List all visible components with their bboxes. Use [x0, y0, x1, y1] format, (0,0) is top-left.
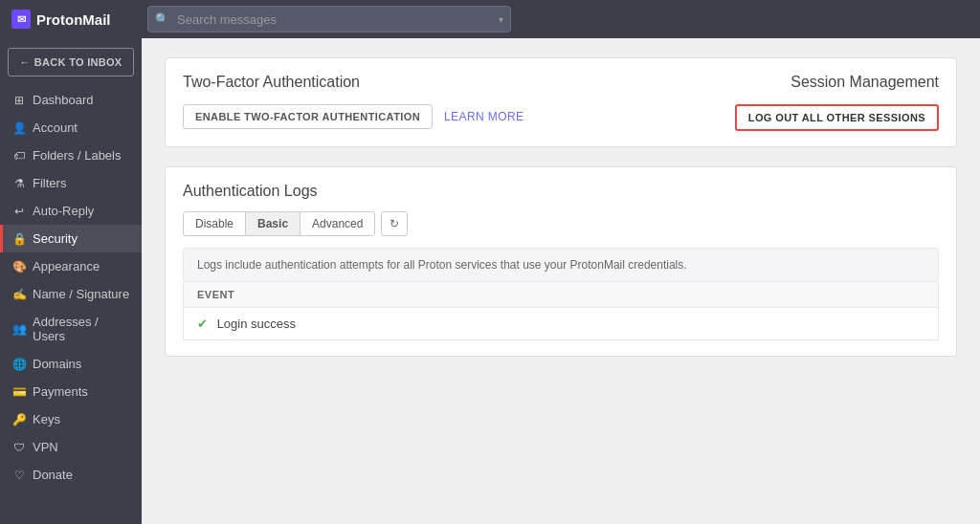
sidebar-item-keys[interactable]: 🔑 Keys: [0, 405, 142, 433]
session-management-area: Session Management LOG OUT ALL OTHER SES…: [735, 74, 939, 131]
auto-reply-icon: ↩: [12, 205, 26, 218]
topbar: ✉ ProtonMail 🔍 ▾: [0, 0, 980, 38]
domains-icon: 🌐: [12, 358, 26, 371]
sidebar-item-label: Filters: [33, 176, 66, 190]
sidebar-item-payments[interactable]: 💳 Payments: [0, 378, 142, 405]
sidebar-item-label: Domains: [33, 357, 81, 371]
sidebar-item-label: Dashboard: [33, 93, 94, 107]
refresh-button[interactable]: ↻: [381, 211, 408, 236]
sidebar-item-label: Name / Signature: [33, 287, 129, 301]
sidebar-item-account[interactable]: 👤 Account: [0, 114, 142, 142]
sidebar-item-label: Account: [33, 120, 78, 135]
learn-more-button[interactable]: LEARN MORE: [440, 104, 527, 129]
auth-logs-section: Authentication Logs Disable Basic Advanc…: [165, 166, 957, 357]
main-inner: Two-Factor Authentication ENABLE TWO-FAC…: [165, 57, 957, 357]
sidebar-item-label: Security: [33, 231, 78, 246]
sidebar-item-folders-labels[interactable]: 🏷 Folders / Labels: [0, 142, 142, 169]
sidebar-item-label: Auto-Reply: [33, 204, 94, 218]
sidebar: ← BACK TO INBOX ⊞ Dashboard 👤 Account 🏷 …: [0, 38, 142, 524]
table-row: ✔ Login success: [184, 308, 939, 340]
two-factor-area: Two-Factor Authentication ENABLE TWO-FAC…: [183, 74, 527, 129]
sidebar-item-label: Donate: [33, 468, 73, 482]
search-icon: 🔍: [155, 12, 169, 26]
security-icon: 🔒: [12, 232, 26, 246]
sidebar-item-label: VPN: [33, 440, 58, 454]
enable-2fa-button[interactable]: ENABLE TWO-FACTOR AUTHENTICATION: [183, 104, 433, 129]
log-info-text: Logs include authentication attempts for…: [197, 258, 687, 272]
log-info-bar: Logs include authentication attempts for…: [183, 248, 939, 282]
addresses-icon: 👥: [12, 322, 26, 336]
layout: ← BACK TO INBOX ⊞ Dashboard 👤 Account 🏷 …: [0, 38, 980, 524]
sidebar-item-vpn[interactable]: 🛡 VPN: [0, 433, 142, 461]
sidebar-item-filters[interactable]: ⚗ Filters: [0, 169, 142, 197]
sidebar-item-label: Appearance: [33, 259, 100, 273]
sidebar-item-label: Folders / Labels: [33, 148, 122, 163]
sidebar-item-donate[interactable]: ♡ Donate: [0, 461, 142, 489]
log-table-head: EVENT: [184, 282, 939, 308]
chevron-down-icon[interactable]: ▾: [499, 14, 503, 25]
logo: ✉ ProtonMail: [11, 10, 136, 29]
sidebar-item-security[interactable]: 🔒 Security: [0, 225, 142, 252]
arrow-left-icon: ←: [19, 56, 30, 68]
session-management-title: Session Management: [735, 74, 939, 91]
account-icon: 👤: [12, 121, 26, 135]
two-factor-session-section: Two-Factor Authentication ENABLE TWO-FAC…: [165, 57, 957, 147]
log-table-body: ✔ Login success: [184, 308, 939, 340]
refresh-icon: ↻: [390, 217, 399, 230]
log-event-cell: ✔ Login success: [184, 308, 939, 340]
tab-advanced[interactable]: Advanced: [300, 211, 375, 236]
search-bar: 🔍 ▾: [147, 6, 511, 33]
tab-disable[interactable]: Disable: [183, 211, 246, 236]
main-content: Two-Factor Authentication ENABLE TWO-FAC…: [142, 38, 980, 524]
tab-basic[interactable]: Basic: [245, 211, 301, 236]
logo-icon: ✉: [11, 10, 31, 29]
event-column-header: EVENT: [184, 282, 939, 308]
log-tabs: Disable Basic Advanced ↻: [183, 211, 939, 236]
dashboard-icon: ⊞: [12, 94, 26, 107]
sidebar-item-addresses-users[interactable]: 👥 Addresses / Users: [0, 308, 142, 350]
appearance-icon: 🎨: [12, 260, 26, 273]
sidebar-item-label: Payments: [33, 384, 88, 399]
search-input[interactable]: [147, 6, 511, 33]
payments-icon: 💳: [12, 385, 26, 399]
keys-icon: 🔑: [12, 413, 26, 426]
log-event-text: Login success: [217, 317, 296, 331]
name-icon: ✍: [12, 288, 26, 301]
auth-logs-title: Authentication Logs: [183, 183, 939, 200]
sidebar-item-label: Keys: [33, 412, 60, 426]
sidebar-item-dashboard[interactable]: ⊞ Dashboard: [0, 86, 142, 114]
log-table: EVENT ✔ Login success: [183, 282, 939, 340]
sidebar-nav: ⊞ Dashboard 👤 Account 🏷 Folders / Labels…: [0, 86, 142, 489]
sidebar-item-domains[interactable]: 🌐 Domains: [0, 350, 142, 378]
sidebar-item-label: Addresses / Users: [33, 315, 132, 343]
two-factor-title: Two-Factor Authentication: [183, 74, 527, 91]
sidebar-item-appearance[interactable]: 🎨 Appearance: [0, 252, 142, 280]
log-table-header-row: EVENT: [184, 282, 939, 308]
vpn-icon: 🛡: [12, 441, 26, 454]
two-factor-buttons: ENABLE TWO-FACTOR AUTHENTICATION LEARN M…: [183, 104, 527, 129]
sidebar-item-auto-reply[interactable]: ↩ Auto-Reply: [0, 197, 142, 225]
back-to-inbox-button[interactable]: ← BACK TO INBOX: [8, 48, 134, 76]
logo-text: ProtonMail: [36, 11, 111, 28]
donate-icon: ♡: [12, 469, 26, 482]
sidebar-item-name-signature[interactable]: ✍ Name / Signature: [0, 280, 142, 308]
folders-icon: 🏷: [12, 149, 26, 163]
filters-icon: ⚗: [12, 177, 26, 190]
logout-all-sessions-button[interactable]: LOG OUT ALL OTHER SESSIONS: [735, 104, 939, 131]
check-icon: ✔: [197, 317, 208, 331]
